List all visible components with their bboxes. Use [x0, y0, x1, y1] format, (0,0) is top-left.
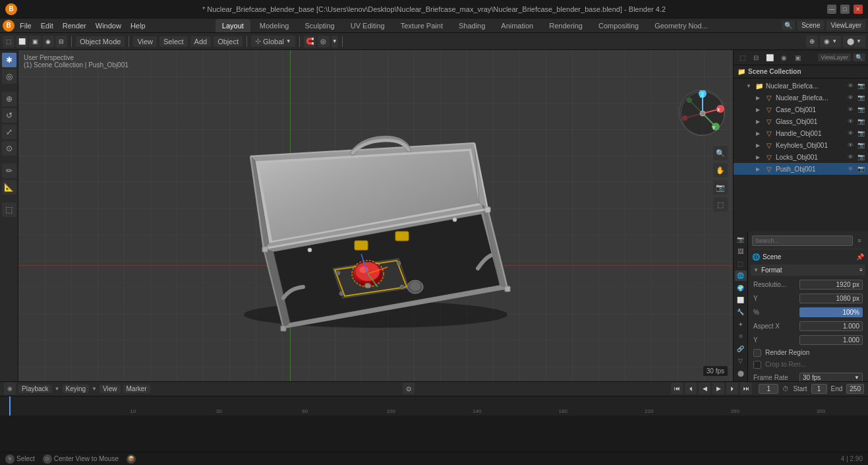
- aspect-y-value[interactable]: 1.000: [799, 335, 863, 345]
- tree-vis-1[interactable]: 👁: [846, 93, 855, 102]
- tree-restrict-4[interactable]: 📷: [856, 129, 865, 138]
- props-search-input[interactable]: [752, 235, 853, 246]
- tree-row-4[interactable]: ▶ ▽ Handle_Obj001 👁 📷: [734, 127, 868, 139]
- mode-icon-4[interactable]: ◉: [42, 36, 54, 47]
- tab-modeling[interactable]: Modeling: [253, 19, 296, 32]
- tree-arrow-5[interactable]: ▶: [756, 142, 763, 148]
- tab-sculpting[interactable]: Sculpting: [298, 19, 341, 32]
- tree-vis-2[interactable]: 👁: [846, 105, 855, 114]
- menu-window[interactable]: Window: [92, 20, 125, 31]
- zoom-to-fit-button[interactable]: 🔍: [713, 146, 728, 160]
- prop-physics-icon[interactable]: ⚛: [735, 331, 747, 342]
- timeline-type-icon[interactable]: ◉: [4, 383, 16, 394]
- scale-tool[interactable]: ⤢: [2, 125, 16, 139]
- format-options[interactable]: ≡: [859, 267, 863, 273]
- tree-row-7[interactable]: ▶ ▽ Push_Obj001 👁 📷: [734, 163, 868, 175]
- tab-uv-editing[interactable]: UV Editing: [344, 19, 391, 32]
- add-menu[interactable]: Add: [190, 36, 212, 47]
- menu-blender[interactable]: B: [3, 20, 14, 32]
- next-frame-button[interactable]: ⏵: [726, 383, 738, 394]
- timeline-track[interactable]: 10 30 60 100 140 180 220 260 300: [0, 396, 868, 416]
- tree-restrict-7[interactable]: 📷: [856, 164, 865, 173]
- tab-animation[interactable]: Animation: [494, 19, 540, 32]
- tab-layout[interactable]: Layout: [216, 19, 250, 32]
- prop-data-icon[interactable]: ▽: [735, 356, 747, 366]
- tree-vis-4[interactable]: 👁: [846, 129, 855, 138]
- playback-menu[interactable]: Playback: [18, 385, 52, 393]
- prop-world-icon[interactable]: 🌍: [735, 282, 747, 293]
- play-reverse-button[interactable]: ◀: [699, 383, 710, 394]
- resolution-x-value[interactable]: 1920 px: [799, 280, 863, 290]
- snap-button[interactable]: 🧲: [304, 36, 316, 47]
- prop-output-icon[interactable]: 🖼: [735, 246, 747, 257]
- menu-edit[interactable]: Edit: [37, 20, 57, 31]
- scene-selector[interactable]: Scene: [797, 20, 824, 30]
- menu-help[interactable]: Help: [127, 20, 150, 31]
- prop-object-icon[interactable]: ⬜: [735, 295, 747, 305]
- search-scene-button[interactable]: 🔍: [782, 20, 795, 30]
- end-frame-input[interactable]: 250: [846, 384, 864, 394]
- tree-vis-5[interactable]: 👁: [846, 140, 855, 150]
- tree-arrow-3[interactable]: ▶: [756, 119, 763, 125]
- minimize-button[interactable]: —: [827, 5, 836, 14]
- marker-menu[interactable]: Marker: [123, 385, 150, 393]
- tab-rendering[interactable]: Rendering: [542, 19, 589, 32]
- tab-compositing[interactable]: Compositing: [592, 19, 645, 32]
- tree-restrict-1[interactable]: 📷: [856, 93, 865, 102]
- outliner-view-icon[interactable]: ⬚: [736, 51, 748, 63]
- tree-arrow-1[interactable]: ▶: [756, 95, 763, 101]
- tree-vis-3[interactable]: 👁: [846, 117, 855, 126]
- tree-arrow-0[interactable]: ▼: [746, 83, 753, 89]
- window-controls[interactable]: — □ ✕: [827, 5, 863, 14]
- aspect-x-value[interactable]: 1.000: [799, 321, 863, 331]
- cursor-tool[interactable]: ✱: [2, 53, 16, 67]
- tree-row-3[interactable]: ▶ ▽ Glass_Obj001 👁 📷: [734, 115, 868, 127]
- transform-orientation[interactable]: ⊹ Global ▼: [251, 36, 295, 47]
- proportional-dropdown[interactable]: ▼: [332, 36, 338, 47]
- viewlayer-selector[interactable]: ViewLayer: [826, 20, 865, 30]
- transform-tool[interactable]: ⊙: [2, 141, 16, 156]
- rotate-tool[interactable]: ↺: [2, 108, 16, 123]
- keying-menu[interactable]: Keying: [63, 385, 90, 393]
- measure-tool[interactable]: 📐: [2, 180, 16, 195]
- tab-texture-paint[interactable]: Texture Paint: [394, 19, 449, 32]
- prev-frame-button[interactable]: ⏴: [685, 383, 697, 394]
- pan-button[interactable]: ✋: [713, 163, 728, 177]
- start-frame-input[interactable]: 1: [811, 384, 827, 394]
- tree-row-6[interactable]: ▶ ▽ Locks_Obj001 👁 📷: [734, 151, 868, 163]
- tree-row-0[interactable]: ▼ 📁 Nuclear_Briefca... 👁 📷: [734, 80, 868, 92]
- prop-modifier-icon[interactable]: 🔧: [735, 307, 747, 317]
- tree-arrow-6[interactable]: ▶: [756, 154, 763, 160]
- tree-vis-6[interactable]: 👁: [846, 152, 855, 162]
- play-button[interactable]: ▶: [712, 383, 724, 394]
- mode-icon-1[interactable]: ⬚: [3, 36, 14, 47]
- outliner-icon-4[interactable]: ◉: [778, 51, 790, 63]
- outliner-icon-2[interactable]: ⊟: [750, 51, 762, 63]
- tab-shading[interactable]: Shading: [452, 19, 492, 32]
- tab-geometry-nodes[interactable]: Geometry Nod...: [648, 19, 714, 32]
- proportional-edit[interactable]: ◎: [318, 36, 330, 47]
- tree-vis-7[interactable]: 👁: [846, 164, 855, 173]
- tree-restrict-0[interactable]: 📷: [856, 81, 865, 90]
- annotate-tool[interactable]: ✏: [2, 164, 16, 178]
- mode-icon-3[interactable]: ▣: [29, 36, 41, 47]
- pin-button[interactable]: 📌: [856, 253, 864, 261]
- tree-row-5[interactable]: ▶ ▽ Keyholes_Obj001 👁 📷: [734, 139, 868, 151]
- tree-row-2[interactable]: ▶ ▽ Case_Obj001 👁 📷: [734, 104, 868, 115]
- tree-vis-0[interactable]: 👁: [846, 81, 855, 90]
- prop-scene-icon[interactable]: 🌐: [735, 270, 747, 281]
- move-tool[interactable]: ⊕: [2, 92, 16, 106]
- tree-restrict-3[interactable]: 📷: [856, 117, 865, 126]
- format-section-header[interactable]: ▼ Format ≡: [751, 264, 865, 276]
- camera-view-button[interactable]: 📷: [713, 180, 728, 195]
- tree-row-1[interactable]: ▶ ▽ Nuclear_Briefca... 👁 📷: [734, 92, 868, 104]
- viewlayer-label[interactable]: ViewLayer: [818, 53, 851, 61]
- props-options-button[interactable]: ≡: [855, 236, 864, 245]
- prop-particles-icon[interactable]: ✦: [735, 319, 747, 330]
- viewport[interactable]: User Perspective (1) Scene Collection | …: [18, 50, 733, 381]
- menu-file[interactable]: File: [16, 20, 36, 31]
- tree-restrict-5[interactable]: 📷: [856, 140, 865, 150]
- current-frame-input[interactable]: 1: [759, 384, 778, 394]
- tree-arrow-4[interactable]: ▶: [756, 131, 763, 137]
- outliner-icon-3[interactable]: ⬜: [764, 51, 776, 63]
